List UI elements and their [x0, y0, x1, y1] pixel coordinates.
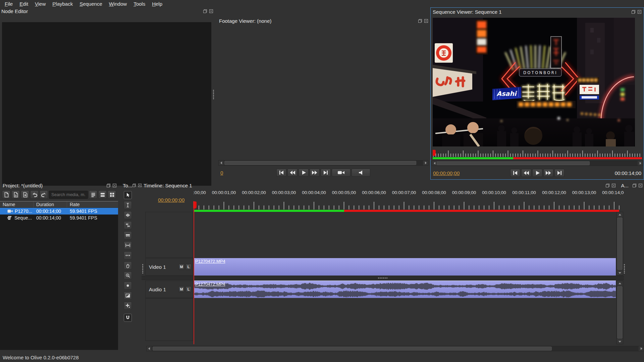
razor-tool-button[interactable] [124, 231, 132, 239]
close-icon[interactable] [638, 183, 643, 188]
timeline-playhead-line[interactable] [194, 201, 194, 344]
record-tool-button[interactable] [124, 282, 132, 290]
column-name[interactable]: Name [0, 201, 34, 207]
scrollbar-thumb[interactable] [617, 218, 623, 270]
mute-track-button[interactable]: M [178, 264, 184, 270]
search-input[interactable] [49, 191, 88, 199]
footage-viewer-scrollbar[interactable] [218, 160, 428, 166]
play-button[interactable] [299, 169, 309, 177]
float-icon[interactable] [632, 183, 637, 188]
scroll-down-arrow[interactable] [617, 339, 623, 344]
add-tool-button[interactable] [124, 302, 132, 310]
audio-track-header[interactable]: Audio 1 M L [145, 281, 193, 298]
video-preview[interactable]: DOTONBORI [433, 18, 635, 146]
panel-splitter-handle[interactable] [213, 90, 214, 99]
scroll-up-arrow[interactable] [617, 212, 623, 217]
column-rate[interactable]: Rate [67, 202, 118, 207]
media-list-header[interactable]: Name Duration Rate [0, 201, 118, 208]
audio-tracks-scrollbar[interactable] [616, 281, 623, 344]
scroll-up-arrow[interactable] [617, 281, 623, 286]
fast-forward-button[interactable] [310, 169, 320, 177]
track-area-splitter[interactable] [142, 276, 624, 280]
menu-edit[interactable]: Edit [16, 1, 32, 7]
footage-viewer-display[interactable] [218, 25, 428, 159]
close-icon[interactable] [424, 19, 428, 23]
mute-button[interactable] [352, 169, 370, 177]
scroll-left-arrow[interactable] [432, 161, 437, 166]
scrollbar-thumb[interactable] [437, 161, 590, 165]
play-button[interactable] [532, 169, 542, 177]
close-icon[interactable] [112, 183, 117, 188]
node-editor-canvas[interactable] [2, 22, 211, 186]
snapping-toggle-button[interactable] [124, 314, 132, 322]
scrollbar-thumb[interactable] [617, 286, 623, 339]
scroll-down-arrow[interactable] [617, 270, 623, 275]
menu-playback[interactable]: Playback [49, 1, 76, 7]
viewer-playhead-marker[interactable] [433, 150, 436, 157]
rewind-button[interactable] [521, 169, 531, 177]
viewer-ruler[interactable] [433, 150, 642, 157]
menu-sequence[interactable]: Sequence [76, 1, 106, 7]
scroll-left-arrow[interactable] [147, 346, 152, 351]
list-view-button[interactable] [98, 190, 107, 199]
scroll-right-arrow[interactable] [638, 161, 643, 166]
float-icon[interactable] [203, 9, 207, 13]
slide-tool-button[interactable] [124, 251, 132, 259]
skip-to-end-button[interactable] [321, 169, 331, 177]
icon-view-button[interactable] [108, 190, 116, 199]
skip-to-start-button[interactable] [510, 169, 520, 177]
zoom-tool-button[interactable] [124, 272, 132, 280]
close-icon[interactable] [611, 183, 616, 188]
float-icon[interactable] [106, 183, 111, 188]
frame-number[interactable]: 0 [220, 170, 223, 176]
media-row-sequence[interactable]: Seque... 00:00:14;00 59.9401 FPS [0, 215, 118, 221]
float-icon[interactable] [631, 10, 636, 14]
tools-timeline-splitter-handle[interactable] [142, 264, 143, 274]
video-tracks-scrollbar[interactable] [616, 212, 623, 276]
column-duration[interactable]: Duration [34, 201, 67, 207]
float-icon[interactable] [418, 19, 422, 23]
mute-track-button[interactable]: M [178, 286, 184, 292]
viewer-current-timecode[interactable]: 00:00:00;00 [433, 170, 460, 176]
edit-tool-button[interactable] [124, 201, 132, 209]
media-row-video[interactable]: P1270... 00:00:14;00 59.9401 FPS [0, 208, 118, 215]
open-project-button[interactable] [11, 190, 20, 199]
float-icon[interactable] [132, 183, 136, 187]
rolling-tool-button[interactable] [124, 221, 132, 229]
menu-file[interactable]: File [1, 1, 16, 7]
menu-tools[interactable]: Tools [130, 1, 149, 7]
timeline-scrollbar[interactable] [146, 346, 644, 351]
redo-button[interactable] [40, 190, 48, 199]
scrollbar-thumb[interactable] [224, 161, 416, 165]
scroll-right-arrow[interactable] [423, 161, 428, 165]
timeline-audio-monitor-splitter-handle[interactable] [624, 264, 625, 274]
lock-track-button[interactable]: L [185, 264, 192, 270]
undo-button[interactable] [30, 190, 39, 199]
timeline-playhead-timecode[interactable]: 00:00:00;00 [158, 197, 184, 203]
new-project-button[interactable] [2, 190, 10, 199]
skip-to-end-button[interactable] [554, 169, 565, 177]
record-button[interactable] [332, 169, 351, 177]
menu-help[interactable]: Help [149, 1, 166, 7]
viewer-scrollbar[interactable] [432, 161, 643, 166]
skip-to-start-button[interactable] [276, 169, 286, 177]
menu-window[interactable]: Window [106, 1, 130, 7]
pointer-tool-button[interactable] [124, 191, 132, 199]
scroll-left-arrow[interactable] [219, 161, 224, 165]
video-clip[interactable]: P1270472.MP4 [194, 258, 616, 276]
video-track-header[interactable]: Video 1 M L [145, 258, 193, 276]
scrollbar-thumb[interactable] [153, 347, 552, 351]
tree-view-button[interactable] [89, 190, 97, 199]
menu-view[interactable]: View [32, 1, 49, 7]
close-icon[interactable] [637, 10, 642, 14]
ripple-tool-button[interactable] [124, 211, 132, 219]
lock-track-button[interactable]: L [185, 286, 192, 292]
rewind-button[interactable] [287, 169, 298, 177]
hand-tool-button[interactable] [124, 261, 132, 269]
transition-tool-button[interactable] [124, 292, 132, 300]
save-project-button[interactable] [21, 190, 29, 199]
close-icon[interactable] [209, 9, 213, 13]
scroll-right-arrow[interactable] [639, 346, 644, 351]
timeline-ruler[interactable] [193, 201, 624, 210]
float-icon[interactable] [605, 183, 610, 188]
